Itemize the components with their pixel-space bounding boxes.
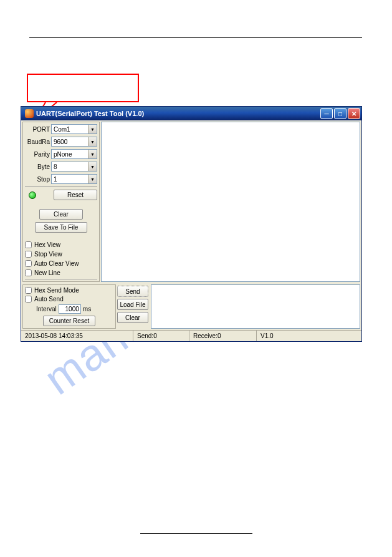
status-version: V1.0	[257, 331, 361, 341]
chevron-down-icon: ▼	[88, 125, 97, 133]
interval-label: Interval	[36, 306, 57, 312]
page-divider-bottom	[140, 533, 252, 534]
status-receive-count: Receive:0	[189, 331, 257, 341]
close-button[interactable]: ✕	[348, 108, 360, 119]
save-to-file-button[interactable]: Save To File	[35, 222, 87, 233]
chevron-down-icon: ▼	[88, 150, 97, 158]
send-button-column: Send Load File Clear	[117, 284, 150, 329]
auto-clear-view-checkbox[interactable]: Auto Clear View	[25, 260, 97, 267]
page-divider-top	[29, 37, 362, 38]
reset-button[interactable]: Reset	[54, 190, 97, 200]
interval-input[interactable]	[59, 304, 81, 314]
new-line-checkbox[interactable]: New Line	[25, 269, 97, 276]
status-send-count: Send:0	[133, 331, 189, 341]
chevron-down-icon: ▼	[88, 175, 97, 183]
port-label: PORT	[25, 126, 50, 133]
status-timestamp: 2013-05-08 14:03:35	[21, 331, 133, 341]
load-file-button[interactable]: Load File	[117, 299, 148, 310]
clear-button[interactable]: Clear	[39, 209, 83, 220]
parity-label: Parity	[25, 151, 50, 158]
baud-label: BaudRa	[25, 138, 50, 145]
byte-select[interactable]: 8▼	[51, 162, 97, 172]
annotation-box-1	[27, 74, 139, 102]
stop-select[interactable]: 1▼	[51, 174, 97, 184]
settings-sidebar: PORT Com1▼ BaudRa 9600▼ Parity pNone▼ By…	[22, 122, 100, 282]
send-textarea[interactable]	[151, 284, 360, 329]
chevron-down-icon: ▼	[88, 137, 97, 146]
status-led-icon	[29, 191, 36, 199]
titlebar[interactable]: UART(SerialPort) Test Tool (V1.0) ─ □ ✕	[21, 107, 361, 120]
send-clear-button[interactable]: Clear	[117, 312, 148, 323]
status-bar: 2013-05-08 14:03:35 Send:0 Receive:0 V1.…	[21, 330, 361, 341]
hex-send-mode-checkbox[interactable]: Hex Send Mode	[25, 287, 113, 294]
stop-label: Stop	[25, 176, 50, 183]
counter-reset-button[interactable]: Counter Reset	[43, 316, 95, 326]
baud-select[interactable]: 9600▼	[51, 137, 97, 147]
auto-send-checkbox[interactable]: Auto Send	[25, 296, 113, 303]
minimize-button[interactable]: ─	[320, 108, 333, 119]
byte-label: Byte	[25, 163, 50, 170]
send-settings-panel: Hex Send Mode Auto Send Interval ms Coun…	[22, 284, 116, 329]
stop-view-checkbox[interactable]: Stop View	[25, 251, 97, 258]
maximize-button[interactable]: □	[334, 108, 347, 119]
send-button[interactable]: Send	[117, 286, 148, 297]
app-window: UART(SerialPort) Test Tool (V1.0) ─ □ ✕ …	[21, 106, 362, 342]
window-title: UART(SerialPort) Test Tool (V1.0)	[36, 110, 320, 117]
chevron-down-icon: ▼	[88, 162, 97, 171]
interval-unit: ms	[83, 306, 91, 312]
receive-textarea[interactable]	[101, 122, 360, 282]
hex-view-checkbox[interactable]: Hex View	[25, 241, 97, 248]
parity-select[interactable]: pNone▼	[51, 149, 97, 159]
app-icon	[25, 109, 34, 118]
port-select[interactable]: Com1▼	[51, 124, 97, 134]
